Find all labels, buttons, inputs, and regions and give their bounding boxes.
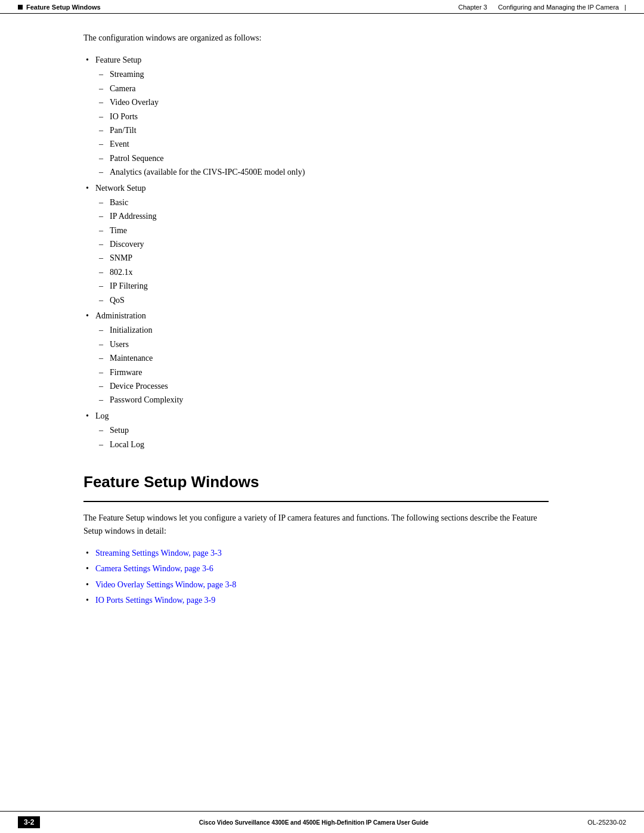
feature-setup-label: Feature Setup [95, 55, 141, 64]
intro-text: The configuration windows are organized … [83, 32, 549, 44]
content-area: The configuration windows are organized … [0, 14, 644, 631]
list-item-password-complexity: Password Complexity [110, 394, 549, 407]
list-item: Patrol Sequence [110, 152, 549, 165]
list-item: IP Addressing [110, 210, 549, 223]
header-chapter: Chapter 3 [459, 4, 487, 11]
list-item-administration: Administration Initialization Users Main… [95, 309, 549, 407]
footer-page-number: 3-2 [18, 816, 40, 828]
header-square-icon [18, 5, 23, 10]
link-item-video-overlay[interactable]: Video Overlay Settings Window, page 3-8 [95, 578, 549, 592]
administration-label: Administration [95, 311, 146, 320]
header-section-label: Feature Setup Windows [26, 4, 101, 11]
feature-setup-sublist: Streaming Camera Video Overlay IO Ports … [110, 68, 549, 179]
log-label: Log [95, 411, 109, 420]
footer-doc-number: OL-25230-02 [587, 819, 626, 826]
list-item: Video Overlay [110, 96, 549, 109]
link-item-io-ports[interactable]: IO Ports Settings Window, page 3-9 [95, 594, 549, 607]
header-chapter-title: Configuring and Managing the IP Camera [498, 4, 619, 11]
list-item-network-setup: Network Setup Basic IP Addressing Time D… [95, 182, 549, 308]
page-header: Feature Setup Windows Chapter 3 Configur… [0, 0, 644, 14]
main-menu-list: Feature Setup Streaming Camera Video Ove… [95, 54, 549, 451]
page-wrapper: Feature Setup Windows Chapter 3 Configur… [0, 0, 644, 833]
header-right: Chapter 3 Configuring and Managing the I… [459, 4, 627, 11]
network-setup-label: Network Setup [95, 184, 145, 193]
log-sublist: Setup Local Log [110, 424, 549, 451]
list-item: SNMP [110, 252, 549, 265]
section-heading: Feature Setup Windows [83, 473, 549, 491]
list-item: Event [110, 138, 549, 151]
network-setup-sublist: Basic IP Addressing Time Discovery SNMP … [110, 196, 549, 307]
streaming-link[interactable]: Streaming Settings Window, page 3-3 [95, 549, 222, 558]
list-item: Basic [110, 196, 549, 209]
list-item: Time [110, 224, 549, 237]
heading-divider [83, 501, 549, 502]
list-item: Camera [110, 82, 549, 95]
link-item-streaming[interactable]: Streaming Settings Window, page 3-3 [95, 547, 549, 560]
section-description: The Feature Setup windows let you config… [83, 512, 549, 538]
io-ports-link[interactable]: IO Ports Settings Window, page 3-9 [95, 596, 215, 605]
list-item-log: Log Setup Local Log [95, 410, 549, 451]
video-overlay-link[interactable]: Video Overlay Settings Window, page 3-8 [95, 580, 236, 589]
list-item: 802.1x [110, 266, 549, 279]
header-left: Feature Setup Windows [18, 4, 101, 11]
list-item-feature-setup: Feature Setup Streaming Camera Video Ove… [95, 54, 549, 179]
administration-sublist: Initialization Users Maintenance Firmwar… [110, 324, 549, 407]
list-item: QoS [110, 294, 549, 307]
footer-center-text: Cisco Video Surveillance 4300E and 4500E… [40, 819, 587, 826]
link-item-camera[interactable]: Camera Settings Window, page 3-6 [95, 562, 549, 575]
list-item: Maintenance [110, 352, 549, 365]
list-item: IP Filtering [110, 280, 549, 293]
list-item: Initialization [110, 324, 549, 337]
list-item: Streaming [110, 68, 549, 81]
list-item: Firmware [110, 366, 549, 379]
list-item: Analytics (available for the CIVS-IPC-45… [110, 166, 549, 179]
list-item-device-processes: Device Processes [110, 380, 549, 393]
links-list: Streaming Settings Window, page 3-3 Came… [95, 547, 549, 608]
list-item: Pan/Tilt [110, 124, 549, 137]
page-footer: 3-2 Cisco Video Surveillance 4300E and 4… [0, 811, 644, 833]
camera-link[interactable]: Camera Settings Window, page 3-6 [95, 564, 213, 573]
list-item: Local Log [110, 438, 549, 451]
list-item-io-ports: IO Ports [110, 110, 549, 123]
list-item: Setup [110, 424, 549, 437]
list-item: Discovery [110, 238, 549, 251]
list-item: Users [110, 338, 549, 351]
